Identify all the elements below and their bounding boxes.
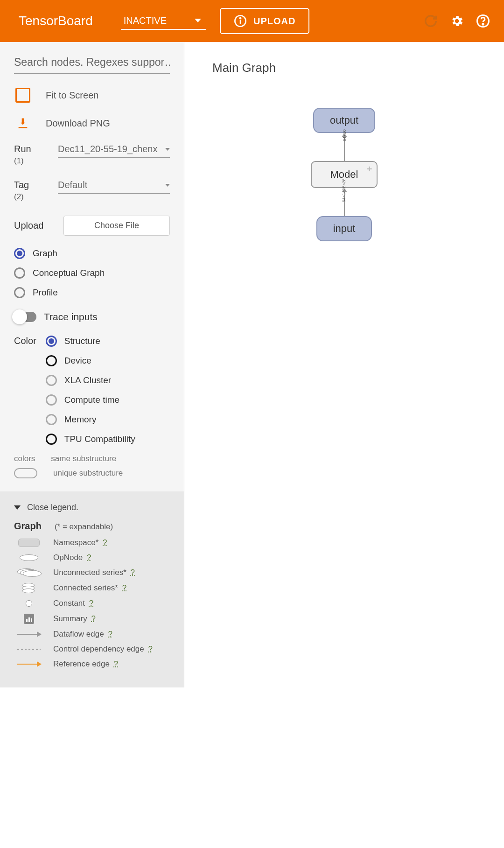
color-xla[interactable]: XLA Cluster <box>46 375 170 386</box>
color-tpu[interactable]: TPU Compatibility <box>46 434 170 445</box>
inactive-label: INACTIVE <box>124 15 167 26</box>
upload-button[interactable]: UPLOAD <box>220 8 309 34</box>
radio-icon <box>14 287 25 298</box>
node-input[interactable]: input <box>316 216 372 241</box>
radio-icon <box>46 355 57 366</box>
color-memory[interactable]: Memory <box>46 414 170 425</box>
run-count: (1) <box>14 156 50 166</box>
run-label: Run <box>14 144 50 154</box>
view-mode-profile[interactable]: Profile <box>14 287 170 298</box>
canvas-title: Main Graph <box>212 61 476 75</box>
pill-icon <box>14 468 37 478</box>
tag-select[interactable]: Default <box>58 180 170 194</box>
inactive-dropdown[interactable]: INACTIVE <box>121 13 206 30</box>
chevron-down-icon <box>14 505 21 510</box>
edge-output-model: 64×10 <box>342 133 347 161</box>
legend-connected: Connected series* ? <box>14 583 170 593</box>
radio-icon <box>46 375 57 386</box>
tag-label: Tag <box>14 180 50 190</box>
view-mode-conceptual[interactable]: Conceptual Graph <box>14 267 170 279</box>
run-value: Dec11_20-55-19_chenx <box>58 144 158 154</box>
radio-icon <box>46 336 57 347</box>
sidebar: Fit to Screen Download PNG Run (1) Dec11… <box>0 42 184 687</box>
chevron-down-icon <box>195 19 201 22</box>
fit-screen-icon <box>15 88 30 103</box>
color-compute[interactable]: Compute time <box>46 394 170 406</box>
legend-summary: Summary ? <box>14 614 170 624</box>
legend-panel: Close legend. Graph (* = expandable) Nam… <box>0 491 184 687</box>
radio-icon <box>14 248 25 259</box>
svg-point-2 <box>240 18 241 19</box>
colors-same: same substructure <box>51 454 116 463</box>
fit-label: Fit to Screen <box>46 90 98 101</box>
legend-namespace: Namespace* ? <box>14 538 170 547</box>
legend-dataflow: Dataflow edge ? <box>14 630 170 639</box>
radio-icon <box>46 394 57 406</box>
gear-icon[interactable] <box>450 14 464 28</box>
close-legend[interactable]: Close legend. <box>14 503 170 512</box>
legend-constant: Constant ? <box>14 599 170 608</box>
tag-count: (2) <box>14 192 50 202</box>
search-input[interactable] <box>14 52 170 74</box>
legend-subtitle: (* = expandable) <box>55 522 113 532</box>
app-title: TensorBoard <box>19 14 93 28</box>
legend-reference: Reference edge ? <box>14 659 170 669</box>
download-icon <box>14 117 32 130</box>
legend-unconnected: Unconnected series* ? <box>14 568 170 577</box>
radio-icon <box>46 434 57 445</box>
upload-button-label: UPLOAD <box>253 16 295 27</box>
radio-icon <box>46 414 57 425</box>
legend-opnode: OpNode ? <box>14 553 170 562</box>
legend-control-dep: Control dependency edge ? <box>14 645 170 654</box>
view-mode-graph[interactable]: Graph <box>14 248 170 259</box>
color-label: Color <box>14 336 36 443</box>
info-icon <box>234 14 247 28</box>
color-device[interactable]: Device <box>46 355 170 366</box>
graph-canvas[interactable]: Main Graph output 64×10 Model + 64×1×28×… <box>184 42 504 687</box>
upload-label: Upload <box>14 220 56 231</box>
radio-icon <box>14 267 25 279</box>
run-select[interactable]: Dec11_20-55-19_chenx <box>58 144 170 158</box>
refresh-icon[interactable] <box>424 14 438 28</box>
legend-title: Graph <box>14 521 42 532</box>
svg-point-4 <box>483 24 484 25</box>
edge-model-input: 64×1×28×28 <box>342 188 347 216</box>
tag-value: Default <box>58 180 87 190</box>
help-icon[interactable] <box>476 14 490 28</box>
chevron-down-icon <box>165 184 170 187</box>
trace-inputs-toggle[interactable]: Trace inputs <box>14 311 170 322</box>
choose-file-button[interactable]: Choose File <box>63 216 170 236</box>
colors-footer-label: colors <box>14 454 35 463</box>
color-structure[interactable]: Structure <box>46 336 170 347</box>
download-label: Download PNG <box>46 118 110 129</box>
expand-icon[interactable]: + <box>367 164 372 175</box>
header-icons <box>424 14 490 28</box>
download-png[interactable]: Download PNG <box>14 117 170 130</box>
fit-to-screen[interactable]: Fit to Screen <box>14 88 170 103</box>
chevron-down-icon <box>165 148 170 151</box>
app-header: TensorBoard INACTIVE UPLOAD <box>0 0 504 42</box>
colors-unique: unique substructure <box>53 469 123 478</box>
toggle-icon <box>14 312 36 322</box>
